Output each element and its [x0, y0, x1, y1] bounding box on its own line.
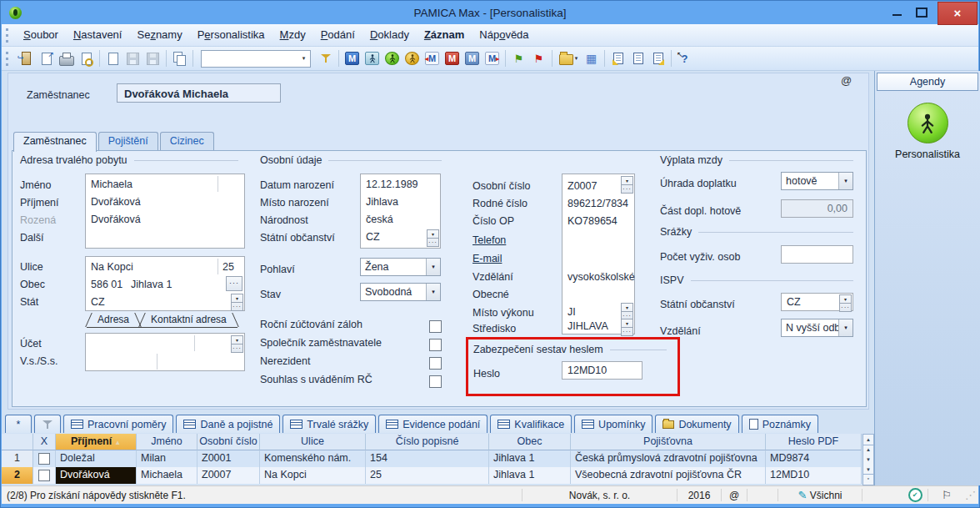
- menu-mzdy[interactable]: Mzdy: [272, 24, 313, 46]
- misto-narozeni-value[interactable]: Jihlava: [366, 194, 398, 211]
- prev-record-button[interactable]: ▲: [863, 445, 873, 455]
- cell-osobní-číslo[interactable]: Z0001: [198, 450, 260, 467]
- status-year[interactable]: 2016: [678, 490, 721, 501]
- checkbox[interactable]: [429, 320, 442, 333]
- detail-tab-pracovní-poměry[interactable]: Pracovní poměry: [63, 415, 173, 433]
- exit-button[interactable]: ↪: [17, 49, 36, 68]
- cell-pojišťovna[interactable]: Všeobecná zdravotní pojišťovna ČR: [571, 467, 766, 484]
- table-row[interactable]: 1DoležalMilanZ0001Komenského nám.154Jihl…: [2, 450, 862, 467]
- email-at-icon[interactable]: @: [722, 490, 747, 501]
- chevron-down-icon[interactable]: ▾: [426, 284, 440, 300]
- menu-doklady[interactable]: Doklady: [362, 24, 417, 46]
- flag-status-icon[interactable]: ⚐: [942, 489, 952, 501]
- export-button[interactable]: ↗: [37, 49, 56, 68]
- ucet-combo-buttons[interactable]: ▾···: [231, 335, 243, 353]
- obec-more-button[interactable]: ···: [226, 276, 242, 291]
- row-number[interactable]: 1: [2, 450, 33, 467]
- status-filter[interactable]: ✎ Všichni: [778, 489, 862, 501]
- inactive-employee-button[interactable]: [402, 49, 422, 68]
- ulice-value[interactable]: Na Kopci: [91, 259, 133, 276]
- cislo-popisne-value[interactable]: 25: [222, 259, 234, 276]
- rodne-cislo-value[interactable]: 896212/7834: [568, 195, 628, 213]
- ids-fields-box[interactable]: Z0007 ▾··· 896212/7834 KO789654 vysokošk…: [562, 174, 635, 334]
- menu-drag-handle[interactable]: [6, 28, 11, 43]
- new-record-button[interactable]: [103, 49, 122, 68]
- subtab-kontaktní-adresa[interactable]: Kontaktní adresa: [140, 313, 238, 328]
- cislo-op-value[interactable]: KO789654: [568, 213, 618, 230]
- pocet-vyziv-input[interactable]: [781, 245, 853, 264]
- chevron-down-icon[interactable]: ▾: [298, 51, 310, 67]
- pohlavi-select[interactable]: Žena▾: [360, 258, 441, 276]
- personal-fields-box[interactable]: 12.12.1989 Jihlava česká CZ ▾···: [360, 174, 441, 249]
- calculator-button[interactable]: ▦: [582, 49, 601, 68]
- report-list-button[interactable]: [628, 49, 648, 68]
- wage-blue-button[interactable]: M: [462, 49, 482, 68]
- tab-pojištění[interactable]: Pojištění: [98, 132, 158, 151]
- uhrada-select[interactable]: hotově▾: [781, 172, 853, 190]
- email-link[interactable]: E-mail: [472, 251, 502, 266]
- heslo-input[interactable]: 12MD10: [562, 361, 642, 380]
- resize-grip[interactable]: ⋰: [965, 489, 978, 501]
- green-flag-button[interactable]: ⚑: [509, 49, 528, 68]
- active-employee-button[interactable]: [382, 49, 402, 68]
- prijmeni-value[interactable]: Dvořáková: [91, 194, 141, 211]
- stat-combo-buttons[interactable]: ▾···: [231, 294, 243, 311]
- documents-folder-button[interactable]: ▾: [556, 49, 581, 68]
- tab-cizinec[interactable]: Cizinec: [160, 132, 214, 151]
- new-detail-tab[interactable]: *: [5, 415, 32, 433]
- personalistika-agenda-icon[interactable]: [908, 103, 948, 143]
- row-checkbox-cell[interactable]: [33, 467, 56, 484]
- cell-příjmení[interactable]: Dvořáková: [56, 467, 137, 484]
- address-fields-box[interactable]: Na Kopci 25 586 01 Jihlava 1 ··· CZ ▾···: [85, 256, 245, 311]
- menu-seznamy[interactable]: Seznamy: [129, 24, 189, 46]
- save-special-button[interactable]: [143, 49, 162, 68]
- cell-pojišťovna[interactable]: Česká průmyslová zdravotní pojišťovna: [571, 450, 766, 467]
- copy-button[interactable]: [170, 49, 189, 68]
- column-header-rownum[interactable]: [2, 434, 33, 450]
- maximize-button[interactable]: [909, 1, 934, 24]
- report-corner-button[interactable]: [648, 49, 668, 68]
- close-button[interactable]: ×: [938, 2, 978, 25]
- menu-nápověda[interactable]: Nápověda: [472, 24, 536, 46]
- cell-příjmení[interactable]: Doležal: [56, 450, 137, 467]
- telefon-link[interactable]: Telefon: [472, 233, 506, 248]
- obec-value[interactable]: Jihlava 1: [131, 276, 172, 294]
- ispv-obcanstvi-input[interactable]: CZ ▾···: [781, 293, 853, 311]
- checkbox[interactable]: [429, 375, 442, 388]
- cell-ulice[interactable]: Na Kopci: [260, 467, 366, 484]
- employee-list-button[interactable]: [362, 49, 382, 68]
- print-button[interactable]: [57, 49, 76, 68]
- detail-tab-daně-a-pojistné[interactable]: Daně a pojistné: [176, 415, 280, 433]
- checkbox[interactable]: [429, 357, 442, 370]
- column-header-Příjmení[interactable]: Příjmení▲: [56, 434, 137, 450]
- psc-value[interactable]: 586 01: [91, 276, 122, 294]
- table-row[interactable]: 2DvořákováMichaelaZ0007Na Kopci25Jihlava…: [2, 467, 862, 484]
- next-wage-button[interactable]: M▸: [482, 49, 502, 68]
- column-header-Heslo PDF[interactable]: Heslo PDF: [766, 434, 862, 450]
- minimize-button[interactable]: [884, 1, 909, 24]
- subtab-adresa[interactable]: Adresa: [87, 313, 140, 328]
- cell-číslo-popisné[interactable]: 25: [366, 467, 489, 484]
- ispv-vzdelani-select[interactable]: N vyšší odb▾: [781, 319, 853, 337]
- row-checkbox-cell[interactable]: [33, 450, 56, 467]
- stat-value[interactable]: CZ: [91, 294, 105, 311]
- check-status-icon[interactable]: ✔: [908, 488, 922, 502]
- context-help-button[interactable]: ↖?: [675, 49, 694, 68]
- chevron-down-icon[interactable]: ▾: [838, 319, 852, 336]
- red-flag-button[interactable]: ⚑: [529, 49, 548, 68]
- email-at-icon[interactable]: @: [841, 74, 852, 87]
- cell-obec[interactable]: Jihlava 1: [489, 467, 571, 484]
- cell-heslo-pdf[interactable]: 12MD10: [766, 467, 862, 484]
- column-header-X[interactable]: X: [33, 434, 56, 450]
- new-record-row-button[interactable]: *: [863, 475, 873, 485]
- menu-soubor[interactable]: Soubor: [16, 24, 66, 46]
- cell-osobní-číslo[interactable]: Z0007: [198, 467, 260, 484]
- filter-button[interactable]: [316, 49, 335, 68]
- toolbar-drag-handle[interactable]: [6, 52, 11, 66]
- prev-wage-button[interactable]: M◂: [422, 49, 442, 68]
- row-number[interactable]: 2: [2, 467, 33, 484]
- detail-tab-poznámky[interactable]: Poznámky: [742, 415, 818, 433]
- payroll-m-button[interactable]: M: [342, 49, 362, 68]
- next-record-button[interactable]: ▼: [863, 455, 873, 465]
- stredisko-value[interactable]: JIHLAVA: [568, 318, 608, 335]
